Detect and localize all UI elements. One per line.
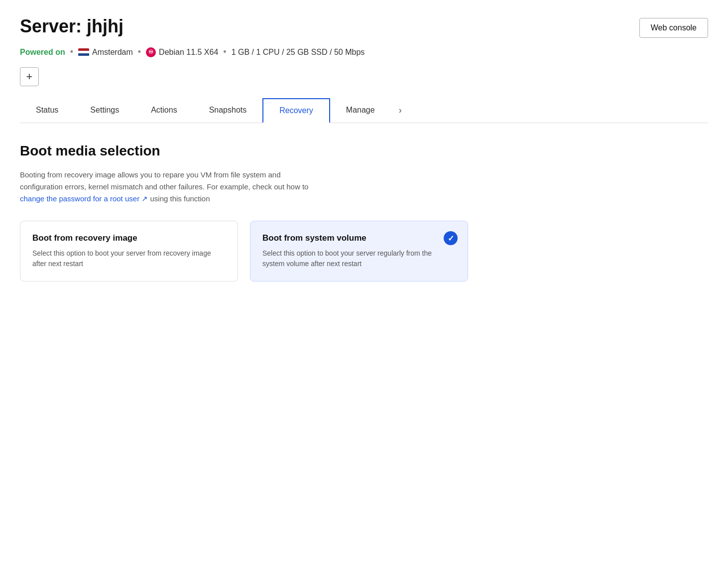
- status-bar: Powered on • Amsterdam • ♾ Debian 11.5 X…: [20, 47, 708, 57]
- os-label: Debian 11.5 X64: [159, 48, 218, 57]
- description-part2: using this function: [148, 194, 210, 203]
- description-link[interactable]: change the password for a root user ↗: [20, 194, 148, 203]
- description-part1: Booting from recovery image allows you t…: [20, 170, 308, 191]
- tab-recovery[interactable]: Recovery: [262, 98, 330, 123]
- tab-manage[interactable]: Manage: [330, 98, 391, 123]
- add-button[interactable]: +: [20, 67, 39, 86]
- page-title: Server: jhjhj: [20, 16, 123, 37]
- power-status: Powered on: [20, 48, 65, 57]
- page-header: Server: jhjhj Web console: [20, 16, 708, 38]
- tab-snapshots[interactable]: Snapshots: [193, 98, 263, 123]
- boot-card-system-volume[interactable]: Boot from system volume Select this opti…: [250, 221, 468, 282]
- tabs-more-button[interactable]: ›: [391, 98, 410, 123]
- netherlands-flag-icon: [78, 48, 89, 56]
- main-content: Boot media selection Booting from recove…: [20, 143, 468, 282]
- os-info: ♾ Debian 11.5 X64: [146, 47, 218, 57]
- boot-card-recovery-title: Boot from recovery image: [32, 233, 226, 243]
- section-title: Boot media selection: [20, 143, 468, 159]
- description-text: Booting from recovery image allows you t…: [20, 169, 309, 205]
- boot-card-system-title: Boot from system volume: [262, 233, 456, 243]
- tab-actions[interactable]: Actions: [135, 98, 193, 123]
- chevron-right-icon: ›: [399, 105, 402, 116]
- separator-1: •: [70, 47, 73, 57]
- tab-settings[interactable]: Settings: [74, 98, 135, 123]
- boot-card-system-desc: Select this option to boot your server r…: [262, 248, 456, 269]
- location-label: Amsterdam: [92, 48, 133, 57]
- boot-options: Boot from recovery image Select this opt…: [20, 221, 468, 282]
- location: Amsterdam: [78, 48, 133, 57]
- boot-card-recovery-desc: Select this option to boot your server f…: [32, 248, 226, 269]
- separator-2: •: [138, 47, 141, 57]
- separator-3: •: [223, 47, 226, 57]
- debian-icon: ♾: [146, 47, 156, 57]
- tab-status[interactable]: Status: [20, 98, 74, 123]
- web-console-button[interactable]: Web console: [639, 18, 708, 38]
- specs-label: 1 GB / 1 CPU / 25 GB SSD / 50 Mbps: [232, 48, 365, 57]
- boot-card-recovery-image[interactable]: Boot from recovery image Select this opt…: [20, 221, 238, 282]
- selected-check-icon: [444, 231, 458, 245]
- tabs-nav: Status Settings Actions Snapshots Recove…: [20, 98, 708, 123]
